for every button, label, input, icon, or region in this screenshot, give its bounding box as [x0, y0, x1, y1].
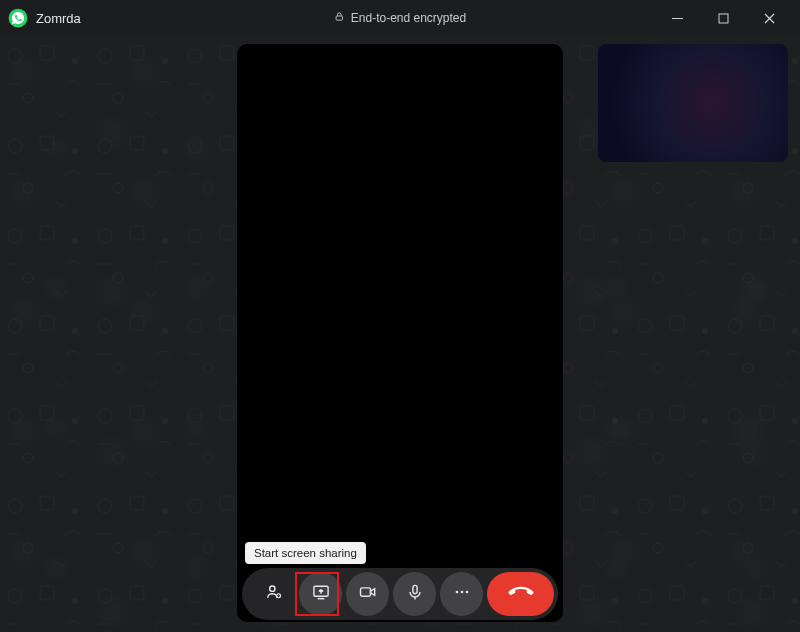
screen-share-icon [311, 582, 331, 606]
svg-rect-2 [672, 18, 683, 19]
main-video-feed [237, 44, 563, 622]
svg-point-21 [461, 591, 464, 594]
window-controls [654, 0, 792, 36]
svg-rect-1 [336, 16, 342, 20]
svg-rect-18 [413, 585, 417, 593]
video-toggle-button[interactable] [346, 572, 389, 616]
screen-share-tooltip: Start screen sharing [245, 542, 366, 564]
encryption-indicator: End-to-end encrypted [334, 11, 466, 25]
svg-point-20 [456, 591, 459, 594]
more-options-button[interactable] [440, 572, 483, 616]
self-video-pip[interactable] [598, 44, 788, 162]
svg-rect-3 [719, 14, 728, 23]
lock-icon [334, 11, 345, 25]
screen-share-button[interactable] [299, 572, 342, 616]
call-body: Start screen sharing [0, 36, 800, 632]
svg-point-22 [466, 591, 469, 594]
whatsapp-logo-icon [8, 8, 28, 28]
end-call-button[interactable] [487, 572, 554, 616]
minimize-button[interactable] [654, 0, 700, 36]
contact-name: Zomrda [36, 11, 81, 26]
encryption-label: End-to-end encrypted [351, 11, 466, 25]
phone-hangup-icon [507, 578, 535, 610]
person-add-icon [264, 582, 284, 606]
call-controls-bar [242, 568, 558, 620]
more-horizontal-icon [452, 582, 472, 606]
titlebar-left: Zomrda [8, 8, 81, 28]
add-participant-button[interactable] [252, 572, 295, 616]
svg-rect-17 [360, 588, 370, 596]
titlebar: Zomrda End-to-end encrypted [0, 0, 800, 36]
svg-point-11 [269, 586, 274, 591]
maximize-button[interactable] [700, 0, 746, 36]
close-button[interactable] [746, 0, 792, 36]
video-icon [358, 582, 378, 606]
mic-toggle-button[interactable] [393, 572, 436, 616]
microphone-icon [405, 582, 425, 606]
